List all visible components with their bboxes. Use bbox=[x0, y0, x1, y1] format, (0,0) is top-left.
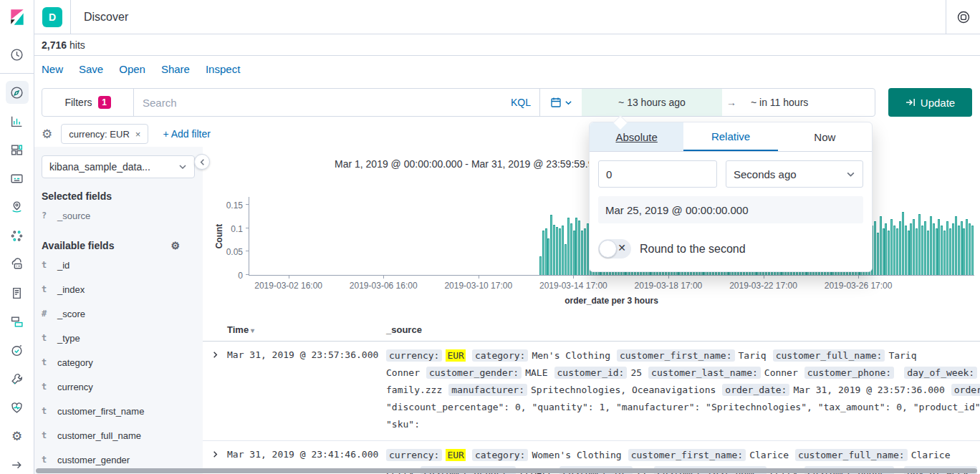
collapse-sidebar-button[interactable] bbox=[194, 154, 210, 170]
histogram-bar[interactable] bbox=[938, 219, 940, 275]
histogram-bar[interactable] bbox=[930, 216, 932, 275]
histogram-bar[interactable] bbox=[966, 219, 968, 275]
histogram-bar[interactable] bbox=[971, 226, 974, 275]
discover-icon[interactable] bbox=[6, 81, 29, 104]
field-item-customer_first_name[interactable]: tcustomer_first_name bbox=[42, 399, 196, 423]
horizontal-scrollbar[interactable] bbox=[36, 468, 977, 473]
relative-unit-select[interactable]: Seconds ago bbox=[726, 160, 863, 188]
histogram-bar[interactable] bbox=[877, 233, 879, 275]
field-item-_score[interactable]: #_score bbox=[42, 301, 196, 326]
histogram-bar[interactable] bbox=[567, 218, 570, 275]
histogram-bar[interactable] bbox=[918, 214, 921, 275]
histogram-bar[interactable] bbox=[916, 228, 918, 275]
histogram-bar[interactable] bbox=[941, 226, 943, 275]
visualize-icon[interactable] bbox=[6, 110, 29, 132]
menu-link-new[interactable]: New bbox=[42, 63, 63, 75]
histogram-bar[interactable] bbox=[946, 221, 948, 275]
histogram-bar[interactable] bbox=[573, 231, 575, 275]
index-pattern-select[interactable]: kibana_sample_data... bbox=[42, 155, 195, 178]
histogram-bar[interactable] bbox=[556, 227, 558, 275]
field-item-category[interactable]: tcategory bbox=[42, 350, 196, 374]
histogram-bar[interactable] bbox=[581, 231, 583, 275]
field-item-_id[interactable]: t_id bbox=[42, 253, 196, 277]
histogram-bar[interactable] bbox=[550, 215, 552, 275]
histogram-bar[interactable] bbox=[949, 228, 951, 275]
add-filter-link[interactable]: + Add filter bbox=[163, 128, 211, 140]
histogram-bar[interactable] bbox=[562, 226, 564, 275]
histogram-bar[interactable] bbox=[553, 225, 555, 275]
collapse-rail-icon[interactable] bbox=[6, 453, 29, 474]
uptime-icon[interactable] bbox=[6, 339, 29, 362]
relative-value-input[interactable] bbox=[598, 160, 717, 188]
histogram-bar[interactable] bbox=[958, 226, 960, 275]
histogram-bar[interactable] bbox=[961, 221, 963, 275]
stack-monitoring-icon[interactable] bbox=[6, 396, 29, 419]
histogram-bar[interactable] bbox=[547, 238, 549, 275]
histogram-bar[interactable] bbox=[913, 219, 915, 275]
histogram-bar[interactable] bbox=[578, 221, 580, 275]
calendar-dropdown-button[interactable] bbox=[540, 89, 582, 116]
field-item-currency[interactable]: tcurrency bbox=[42, 374, 196, 399]
menu-link-save[interactable]: Save bbox=[79, 63, 103, 75]
histogram-bar[interactable] bbox=[908, 231, 910, 275]
tab-relative[interactable]: Relative bbox=[683, 122, 777, 151]
time-start-button[interactable]: ~ 13 hours ago bbox=[582, 89, 722, 116]
filter-pill-currency-eur[interactable]: currency: EUR × bbox=[61, 124, 148, 144]
management-icon[interactable]: ⚙ bbox=[6, 425, 29, 448]
field-item-_source[interactable]: ?_source bbox=[42, 203, 196, 228]
histogram-bar[interactable] bbox=[910, 223, 912, 275]
column-header-source[interactable]: _source bbox=[386, 324, 980, 335]
expand-row-icon[interactable] bbox=[203, 347, 227, 433]
histogram-bar[interactable] bbox=[890, 219, 893, 275]
histogram-bar[interactable] bbox=[924, 221, 926, 275]
histogram-bar[interactable] bbox=[545, 228, 547, 275]
menu-link-open[interactable]: Open bbox=[119, 63, 145, 75]
filters-button[interactable]: Filters 1 bbox=[42, 89, 134, 116]
histogram-bar[interactable] bbox=[584, 228, 586, 275]
field-item-_index[interactable]: t_index bbox=[42, 277, 196, 301]
histogram-bar[interactable] bbox=[575, 218, 577, 275]
histogram-bar[interactable] bbox=[874, 221, 876, 275]
histogram-bar[interactable] bbox=[539, 256, 542, 275]
field-settings-gear-icon[interactable]: ⚙ bbox=[170, 240, 180, 251]
search-input[interactable] bbox=[143, 97, 511, 109]
histogram-bar[interactable] bbox=[933, 223, 935, 275]
remove-filter-icon[interactable]: × bbox=[135, 129, 141, 140]
histogram-bar[interactable] bbox=[570, 223, 572, 275]
space-badge[interactable]: D bbox=[42, 7, 62, 27]
round-toggle[interactable]: ✕ bbox=[598, 239, 631, 258]
histogram-bar[interactable] bbox=[943, 231, 946, 275]
help-icon[interactable] bbox=[946, 0, 980, 34]
canvas-icon[interactable] bbox=[6, 167, 29, 190]
filter-options-gear-icon[interactable]: ⚙ bbox=[42, 127, 52, 142]
field-item-_type[interactable]: t_type bbox=[42, 326, 196, 350]
histogram-bar[interactable] bbox=[927, 231, 929, 275]
tab-absolute[interactable]: Absolute bbox=[590, 122, 683, 151]
machine-learning-icon[interactable] bbox=[6, 224, 29, 247]
maps-icon[interactable] bbox=[6, 195, 29, 218]
dev-tools-icon[interactable] bbox=[6, 367, 29, 390]
histogram-bar[interactable] bbox=[936, 228, 938, 275]
histogram-bar[interactable] bbox=[559, 228, 561, 275]
histogram-bar[interactable] bbox=[963, 228, 965, 275]
update-button[interactable]: Update bbox=[888, 88, 972, 117]
histogram-bar[interactable] bbox=[883, 228, 885, 275]
kibana-logo[interactable] bbox=[0, 0, 34, 34]
histogram-bar[interactable] bbox=[896, 228, 898, 275]
histogram-bar[interactable] bbox=[952, 223, 954, 275]
histogram-bar[interactable] bbox=[885, 223, 887, 275]
histogram-bar[interactable] bbox=[905, 226, 907, 275]
histogram-bar[interactable] bbox=[899, 221, 901, 275]
apm-icon[interactable] bbox=[6, 310, 29, 333]
histogram-bar[interactable] bbox=[542, 231, 544, 275]
dashboard-icon[interactable] bbox=[6, 138, 29, 161]
infrastructure-icon[interactable] bbox=[6, 253, 29, 276]
histogram-bar[interactable] bbox=[880, 216, 882, 275]
histogram-bar[interactable] bbox=[888, 231, 890, 275]
histogram-bar[interactable] bbox=[955, 216, 957, 275]
histogram-bar[interactable] bbox=[969, 223, 971, 275]
menu-link-share[interactable]: Share bbox=[161, 63, 190, 75]
histogram-bar[interactable] bbox=[902, 212, 904, 275]
logs-icon[interactable] bbox=[6, 281, 29, 304]
histogram-bar[interactable] bbox=[893, 226, 895, 275]
